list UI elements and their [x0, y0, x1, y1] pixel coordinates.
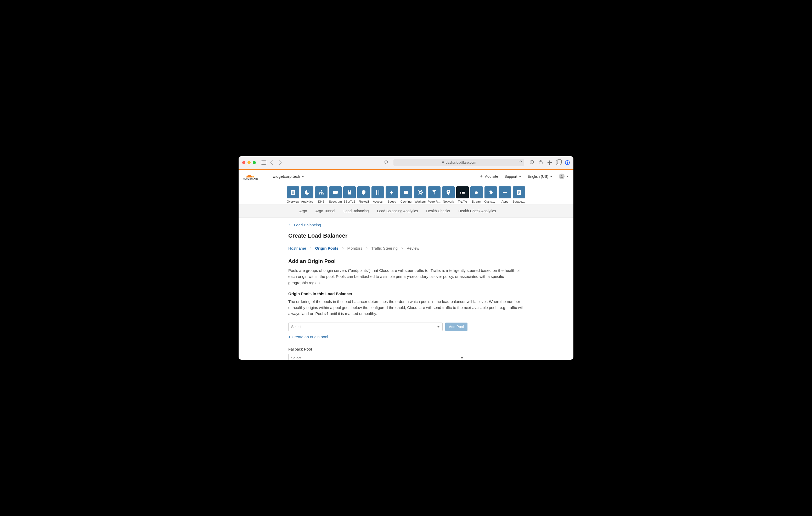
- chevron-right-icon: ›: [401, 245, 403, 251]
- chevron-right-icon: ›: [366, 245, 368, 251]
- nav-tile-speed[interactable]: Speed: [385, 186, 398, 203]
- apps-icon: [499, 186, 511, 199]
- caret-down-icon: [519, 176, 521, 177]
- browser-window: dash.cloudflare.com 1: [239, 156, 573, 360]
- nav-tile-spectrum[interactable]: Spectrum: [329, 186, 342, 203]
- window-controls: [242, 161, 256, 164]
- nav-tile-overview[interactable]: Overview: [287, 186, 299, 203]
- subnav-tab[interactable]: Load Balancing: [344, 209, 369, 213]
- nav-tile-access[interactable]: Access: [372, 186, 384, 203]
- cloudflare-logo[interactable]: CLOUDFLARE: [243, 173, 266, 180]
- fallback-pool-label: Fallback Pool: [288, 347, 524, 351]
- account-menu[interactable]: [559, 174, 569, 179]
- back-link[interactable]: ← Load Balancing: [288, 222, 524, 227]
- caret-down-icon: [461, 357, 463, 359]
- create-origin-pool-link[interactable]: + Create an origin pool: [288, 335, 524, 339]
- privacy-shield-icon[interactable]: [384, 160, 388, 165]
- lock-icon: [442, 160, 444, 164]
- speed-icon: [385, 186, 398, 199]
- caret-down-icon: [301, 176, 304, 177]
- caret-down-icon: [437, 326, 440, 328]
- wizard-step: Origin Pools: [315, 246, 338, 250]
- sidebar-toggle-icon[interactable]: [261, 160, 266, 165]
- svg-text:CLOUDFLARE: CLOUDFLARE: [243, 178, 258, 180]
- browser-toolbar: dash.cloudflare.com 1: [239, 156, 573, 169]
- nav-tile-traffic[interactable]: Traffic: [456, 186, 469, 203]
- share-icon[interactable]: [539, 160, 543, 165]
- subnav-tab[interactable]: Argo: [299, 209, 307, 213]
- caching-icon: [400, 186, 412, 199]
- subnav-tab[interactable]: Load Balancing Analytics: [377, 209, 418, 213]
- nav-tile-dns[interactable]: DNS: [315, 186, 327, 203]
- nav-tile-workers[interactable]: Workers: [414, 186, 427, 203]
- nav-tile-scrapes[interactable]: Scrape S...: [513, 186, 525, 203]
- svg-point-24: [447, 191, 449, 192]
- chevron-right-icon: ›: [310, 245, 311, 251]
- nav-tile-network[interactable]: Network: [442, 186, 455, 203]
- onepassword-icon[interactable]: 1: [565, 160, 570, 165]
- analytics-icon: [301, 186, 313, 199]
- nav-tile-pagerules[interactable]: Page Rules: [428, 186, 440, 203]
- network-icon: [442, 186, 455, 199]
- app-header: CLOUDFLARE widgetcorp.tech ＋ Add site Su…: [239, 170, 573, 183]
- reload-icon[interactable]: [519, 160, 522, 165]
- plus-icon: ＋: [479, 174, 484, 179]
- nav-tile-firewall[interactable]: Firewall: [357, 186, 370, 203]
- close-window-button[interactable]: [242, 161, 245, 164]
- nav-tile-ssltls[interactable]: SSL/TLS: [343, 186, 356, 203]
- svg-rect-25: [460, 191, 461, 191]
- nav-tile-apps[interactable]: Apps: [499, 186, 511, 203]
- subnav-tab[interactable]: Health Checks: [426, 209, 450, 213]
- content-area: ← Load Balancing Create Load Balancer Ho…: [239, 218, 573, 360]
- wizard-step[interactable]: Review: [407, 246, 419, 250]
- back-button[interactable]: [270, 160, 275, 165]
- firewall-icon: [357, 186, 370, 199]
- downloads-icon[interactable]: [529, 160, 534, 165]
- nav-tile-stream[interactable]: Stream: [470, 186, 483, 203]
- nav-tile-analytics[interactable]: Analytics: [301, 186, 313, 203]
- nav-tile-label: Speed: [385, 200, 399, 203]
- new-tab-icon[interactable]: [547, 160, 552, 165]
- nav-tile-label: Scrape S...: [513, 200, 526, 203]
- nav-tile-label: Access: [371, 200, 384, 203]
- svg-rect-11: [321, 193, 322, 194]
- arrow-left-icon: ←: [288, 222, 292, 227]
- zone-selector[interactable]: widgetcorp.tech: [272, 174, 304, 179]
- add-site-link[interactable]: ＋ Add site: [479, 174, 498, 179]
- stream-icon: [470, 186, 483, 199]
- nav-tile-customp[interactable]: Custom P...: [485, 186, 497, 203]
- caret-down-icon: [550, 176, 552, 177]
- language-selector[interactable]: English (US): [528, 174, 552, 179]
- subnav-tab[interactable]: Health Check Analytics: [458, 209, 496, 213]
- subsection-description: The ordering of the pools in the load ba…: [288, 299, 524, 317]
- section-heading: Add an Origin Pool: [288, 258, 524, 264]
- fallback-pool-select[interactable]: Select: [288, 354, 466, 360]
- nav-tile-label: Spectrum: [329, 200, 342, 203]
- customp-icon: [485, 186, 497, 199]
- nav-tile-label: Page Rules: [428, 200, 441, 203]
- fullscreen-window-button[interactable]: [253, 161, 256, 164]
- nav-tile-label: Apps: [498, 200, 512, 203]
- address-bar[interactable]: dash.cloudflare.com: [394, 159, 524, 166]
- nav-tile-label: SSL/TLS: [343, 200, 356, 203]
- origin-pool-select[interactable]: Select...: [288, 323, 443, 331]
- wizard-step[interactable]: Traffic Steering: [371, 246, 398, 250]
- svg-rect-34: [518, 191, 520, 192]
- wizard-step[interactable]: Monitors: [347, 246, 362, 250]
- subnav-tab[interactable]: Argo Tunnel: [316, 209, 336, 213]
- support-menu[interactable]: Support: [504, 174, 521, 179]
- add-pool-button[interactable]: Add Pool: [445, 323, 467, 331]
- zone-name: widgetcorp.tech: [272, 174, 300, 179]
- nav-tile-caching[interactable]: Caching: [400, 186, 412, 203]
- minimize-window-button[interactable]: [248, 161, 251, 164]
- nav-tile-label: Overview: [286, 200, 299, 203]
- wizard-step[interactable]: Hostname: [288, 246, 306, 250]
- tabs-overview-icon[interactable]: [556, 160, 561, 165]
- svg-rect-28: [462, 192, 465, 193]
- svg-point-16: [337, 192, 337, 193]
- overview-icon: [287, 186, 299, 199]
- svg-rect-17: [348, 192, 351, 194]
- forward-button[interactable]: [277, 160, 282, 165]
- avatar-icon: [559, 174, 564, 179]
- svg-point-3: [561, 175, 562, 177]
